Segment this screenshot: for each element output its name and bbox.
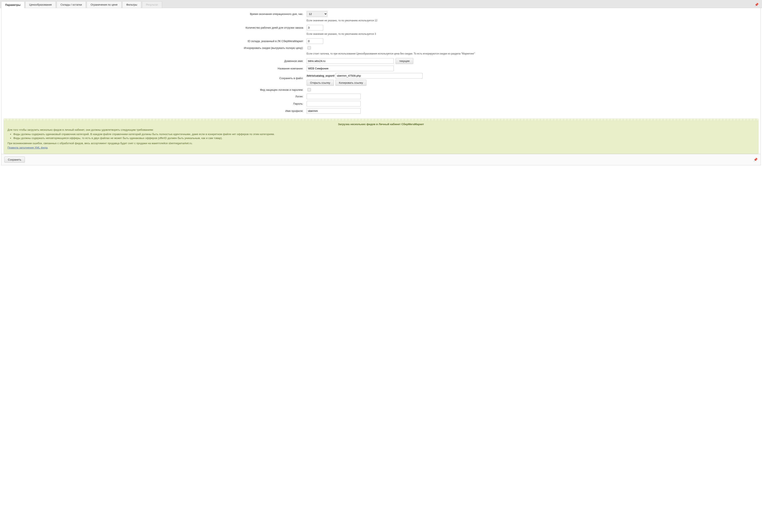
save-file-prefix: /bitrix/catalog_export/ — [307, 74, 336, 77]
tab-result: Результат — [142, 1, 162, 8]
feed-protected-label: Фид защищен логином и паролем: — [3, 87, 305, 93]
notice-item-1: Фиды должны содержать одинаковый справоч… — [13, 133, 755, 136]
notice-list: Фиды должны содержать одинаковый справоч… — [7, 133, 755, 140]
tab-parameters[interactable]: Параметры — [1, 1, 25, 8]
footer-bar: Сохранить 📌 — [1, 154, 761, 165]
company-input[interactable] — [307, 66, 394, 71]
content-panel: Время окончания операционного дня, час. … — [1, 8, 761, 154]
password-input[interactable] — [307, 101, 360, 106]
notice-box: Загрузка нескольких фидов в Личный кабин… — [4, 119, 758, 154]
notice-title: Загрузка нескольких фидов в Личный кабин… — [7, 123, 755, 126]
profile-label: Имя профиля: — [3, 107, 305, 114]
profile-input[interactable] — [307, 108, 360, 114]
pin-icon[interactable]: 📌 — [755, 3, 759, 7]
notice-link[interactable]: Правила заполнения XML фида — [7, 146, 47, 149]
ignore-discounts-checkbox[interactable] — [308, 46, 311, 49]
login-input[interactable] — [307, 94, 360, 99]
warehouse-id-input[interactable] — [307, 38, 323, 44]
company-label: Название компании: — [3, 65, 305, 72]
tab-bar: Параметры Ценообразование Склады / остат… — [0, 0, 762, 8]
feed-protected-checkbox[interactable] — [308, 88, 311, 91]
login-label: Логин: — [3, 93, 305, 100]
end-of-day-select[interactable]: 12 — [307, 11, 327, 17]
copy-link-button[interactable]: Копировать ссылку — [336, 80, 367, 86]
tab-price-limits[interactable]: Ограничения по цене — [87, 1, 121, 8]
workdays-label: Количество рабочих дней для отгрузки зак… — [3, 24, 305, 31]
notice-item-2: Фиды должны содержать неповторяющиеся оф… — [13, 137, 755, 140]
save-file-input[interactable] — [336, 73, 422, 79]
workdays-hint: Если значение не указано, то по умолчани… — [307, 32, 758, 37]
pin-icon-footer[interactable]: 📌 — [753, 158, 758, 162]
password-label: Пароль: — [3, 100, 305, 107]
tab-filters[interactable]: Фильтры — [122, 1, 141, 8]
notice-footer: При возникновении ошибок, связанных с об… — [7, 142, 755, 145]
warehouse-id-label: ID склада, указанный в ЛК СберМегаМаркет — [3, 37, 305, 45]
save-button[interactable]: Сохранить — [4, 157, 25, 163]
domain-input[interactable] — [307, 58, 394, 64]
open-link-button[interactable]: Открыть ссылку — [307, 80, 334, 86]
notice-link-suffix: . — [47, 146, 48, 149]
ignore-discounts-label: Игнорировать скидки (выгружать полную це… — [3, 45, 305, 51]
end-of-day-label: Время окончания операционного дня, час. — [3, 10, 305, 18]
end-of-day-hint: Если значение не указано, то по умолчани… — [307, 19, 758, 23]
workdays-input[interactable] — [307, 25, 323, 31]
save-file-label: Сохранить в файл: — [3, 72, 305, 87]
settings-form: Время окончания операционного дня, час. … — [3, 10, 759, 114]
notice-intro: Для того чтобы загрузить несколько фидов… — [7, 128, 755, 131]
tab-stocks[interactable]: Склады / остатки — [57, 1, 86, 8]
tab-pricing[interactable]: Ценообразование — [25, 1, 56, 8]
domain-label: Доменное имя: — [3, 57, 305, 65]
domain-current-button[interactable]: текущее — [396, 58, 413, 64]
ignore-discounts-hint: Если стоит галочка, то при использовании… — [307, 52, 758, 56]
